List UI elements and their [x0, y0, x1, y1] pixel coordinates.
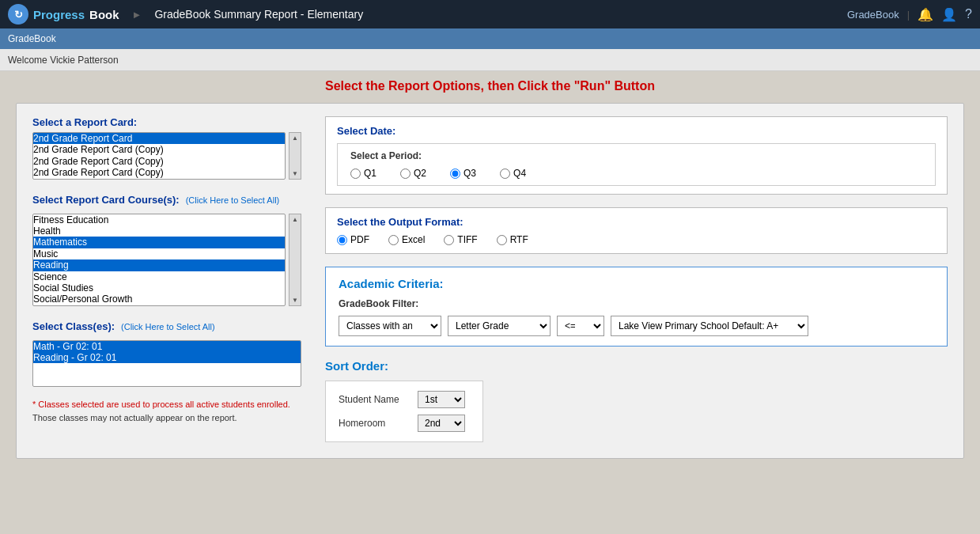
logo-book-text: Book: [89, 8, 119, 21]
filter-operator-select[interactable]: <= >= = < >: [557, 316, 604, 336]
breadcrumb-bar: GradeBook: [0, 28, 980, 49]
date-section-label: Select Date:: [337, 125, 936, 137]
period-q2[interactable]: Q2: [400, 168, 426, 179]
report-card-label: Select a Report Card:: [32, 116, 301, 128]
report-card-list[interactable]: 2nd Grade Report Card 2nd Grade Report C…: [32, 132, 286, 180]
user-icon[interactable]: 👤: [941, 7, 957, 22]
notifications-icon[interactable]: 🔔: [918, 7, 933, 22]
courses-scrollbar: ▲ ▼: [289, 214, 301, 306]
format-pdf-radio[interactable]: [337, 235, 347, 245]
sort-student-name-label: Student Name: [339, 394, 410, 405]
two-col-layout: Select a Report Card: 2nd Grade Report C…: [32, 116, 948, 442]
nav-sep1: ►: [132, 9, 142, 21]
courses-list-container: Fitness Education Health Mathematics Mus…: [32, 214, 301, 306]
period-q3-radio[interactable]: [450, 169, 460, 179]
logo-progress-text: Progress: [33, 8, 85, 21]
footnote-text1: * Classes selected are used to process a…: [32, 400, 290, 409]
period-q1[interactable]: Q1: [350, 168, 376, 179]
date-section: Select Date: Select a Period: Q1 Q2 Q3: [325, 116, 948, 195]
format-tiff-radio[interactable]: [444, 235, 454, 245]
classes-select-all-link[interactable]: (Click Here to Select All): [121, 322, 215, 331]
nav-gradebook-label: GradeBook: [847, 9, 899, 21]
filter-grade-type-select[interactable]: Letter Grade Numeric Percent: [448, 316, 551, 336]
format-rtf[interactable]: RTF: [497, 234, 528, 245]
output-label: Select the Output Format:: [337, 216, 936, 228]
courses-header: Select Report Card Course(s): (Click Her…: [32, 194, 301, 210]
welcome-bar: Welcome Vickie Patterson: [0, 49, 980, 71]
classes-header: Select Class(es): (Click Here to Select …: [32, 320, 301, 336]
period-q4-radio[interactable]: [500, 169, 510, 179]
format-excel-radio[interactable]: [388, 235, 399, 245]
output-section: Select the Output Format: PDF Excel TIFF: [325, 207, 948, 254]
courses-list[interactable]: Fitness Education Health Mathematics Mus…: [32, 214, 286, 306]
period-label: Select a Period:: [350, 150, 922, 161]
courses-select-all-link[interactable]: (Click Here to Select All): [186, 195, 280, 205]
filter-label: GradeBook Filter:: [339, 298, 934, 309]
top-nav-bar: ↻ ProgressBook ► GradeBook Summary Repor…: [0, 0, 980, 28]
period-box: Select a Period: Q1 Q2 Q3: [337, 143, 936, 186]
format-tiff[interactable]: TIFF: [444, 234, 477, 245]
sort-label: Sort Order:: [325, 359, 948, 373]
footnote: * Classes selected are used to process a…: [32, 398, 301, 424]
welcome-text: Welcome Vickie Patterson: [8, 55, 119, 66]
criteria-label: Academic Criteria:: [339, 277, 934, 290]
footnote-text2: Those classes may not actually appear on…: [32, 413, 237, 422]
period-q1-radio[interactable]: [350, 169, 361, 179]
sort-box: Student Name 1st 2nd 3rd Homeroom 1st: [325, 381, 483, 442]
sort-student-name-row: Student Name 1st 2nd 3rd: [339, 391, 470, 408]
report-card-list-container: 2nd Grade Report Card 2nd Grade Report C…: [32, 132, 301, 180]
sort-homeroom-select[interactable]: 1st 2nd 3rd: [418, 415, 465, 432]
filter-row: Classes with any Classes with all Letter…: [339, 316, 934, 336]
filter-classes-select[interactable]: Classes with any Classes with all: [339, 316, 441, 336]
criteria-section: Academic Criteria: GradeBook Filter: Cla…: [325, 267, 948, 347]
filter-grade-value-select[interactable]: Lake View Primary School Default: A+ A A…: [611, 316, 808, 336]
nav-sep2: |: [907, 9, 910, 21]
format-pdf[interactable]: PDF: [337, 234, 369, 245]
period-q2-radio[interactable]: [400, 169, 411, 179]
sort-section: Sort Order: Student Name 1st 2nd 3rd Hom…: [325, 359, 948, 442]
classes-section: Select Class(es): (Click Here to Select …: [32, 320, 301, 388]
period-q4[interactable]: Q4: [500, 168, 526, 179]
page-heading: Select the Report Options, then Click th…: [16, 79, 964, 93]
period-radio-group: Q1 Q2 Q3 Q4: [350, 168, 922, 179]
courses-label: Select Report Card Course(s):: [32, 194, 180, 206]
help-icon[interactable]: ?: [965, 7, 972, 21]
nav-page-title: GradeBook Summary Report - Elementary: [154, 8, 363, 21]
breadcrumb[interactable]: GradeBook: [8, 33, 56, 44]
classes-label: Select Class(es):: [32, 320, 115, 332]
sort-homeroom-row: Homeroom 1st 2nd 3rd: [339, 415, 470, 432]
report-panel: Select a Report Card: 2nd Grade Report C…: [16, 103, 964, 459]
right-column: Select Date: Select a Period: Q1 Q2 Q3: [325, 116, 948, 442]
nav-left: ↻ ProgressBook ► GradeBook Summary Repor…: [8, 4, 363, 25]
sort-student-name-select[interactable]: 1st 2nd 3rd: [418, 391, 465, 408]
left-column: Select a Report Card: 2nd Grade Report C…: [32, 116, 301, 442]
report-card-section: Select a Report Card: 2nd Grade Report C…: [32, 116, 301, 180]
classes-list[interactable]: Math - Gr 02: 01 Reading - Gr 02: 01: [32, 340, 301, 388]
sort-homeroom-label: Homeroom: [339, 418, 410, 429]
main-content: Select the Report Options, then Click th…: [0, 71, 980, 475]
report-card-scrollbar: ▲ ▼: [289, 132, 301, 180]
logo: ↻ ProgressBook: [8, 4, 119, 25]
format-rtf-radio[interactable]: [497, 235, 507, 245]
format-excel[interactable]: Excel: [388, 234, 425, 245]
nav-right: GradeBook | 🔔 👤 ?: [847, 7, 972, 22]
format-group: PDF Excel TIFF RTF: [337, 234, 936, 245]
period-q3[interactable]: Q3: [450, 168, 476, 179]
courses-section: Select Report Card Course(s): (Click Her…: [32, 194, 301, 306]
logo-icon: ↻: [8, 4, 28, 25]
